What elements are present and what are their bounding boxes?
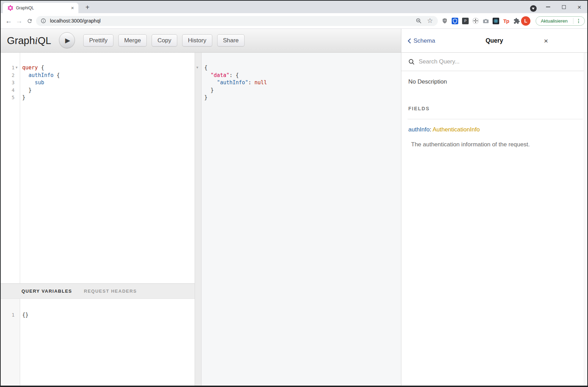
site-info-icon[interactable] <box>41 18 46 25</box>
history-button[interactable]: History <box>182 34 212 46</box>
crosshair-icon[interactable] <box>472 17 479 24</box>
fold-open-icon[interactable]: ▾ <box>196 65 198 70</box>
doc-explorer: Schema Query × No Description FIELDS aut… <box>401 29 587 386</box>
new-tab-button[interactable]: + <box>83 3 92 12</box>
browser-tab[interactable]: GraphiQL × <box>3 3 78 13</box>
secondary-editor-tabbar: QUERY VARIABLES REQUEST HEADERS <box>1 283 195 299</box>
query-code[interactable]: query { authInfo { sub }} <box>22 64 60 102</box>
result-viewer: { "data": { "authInfo": null }} <box>202 53 401 386</box>
field-separator: : <box>429 126 433 133</box>
graphql-favicon-icon <box>8 5 13 11</box>
browser-window: GraphiQL × + × ← → localhost:3000/graphq… <box>1 1 587 386</box>
field-name-link[interactable]: authInfo <box>408 126 429 133</box>
close-icon: × <box>577 4 581 10</box>
divider <box>573 18 573 24</box>
browser-toolbar: ← → localhost:3000/graphql ☆ U0 <box>1 13 587 29</box>
search-icon <box>408 59 415 65</box>
back-button[interactable]: ← <box>3 16 14 26</box>
share-button[interactable]: Share <box>217 34 245 46</box>
svg-text:P: P <box>464 19 467 23</box>
type-description: No Description <box>408 78 447 85</box>
browser-update-button[interactable]: Aktualisieren ⋮ <box>536 16 585 26</box>
reload-button[interactable] <box>24 16 35 26</box>
tab-title: GraphiQL <box>16 3 34 13</box>
url-text[interactable]: localhost:3000/graphql <box>50 16 101 26</box>
line-numbers: 1 <box>1 311 15 319</box>
doc-search-row <box>401 53 587 71</box>
forward-button[interactable]: → <box>14 16 24 26</box>
line-numbers: 12345 <box>1 64 15 102</box>
graphiql-button-row: Prettify Merge Copy History Share <box>83 34 245 46</box>
tampermonkey-tp-icon[interactable]: Tp <box>503 17 510 24</box>
camera-icon[interactable] <box>482 17 489 24</box>
result-fold-gutter: ▾ <box>195 53 202 386</box>
doc-explorer-titlebar: Schema Query × <box>401 29 587 53</box>
result-json: { "data": { "authInfo": null }} <box>204 64 267 102</box>
variables-editor[interactable]: 1 {} <box>1 299 195 386</box>
fold-open-icon[interactable]: ▾ <box>16 65 18 70</box>
copy-button[interactable]: Copy <box>152 34 177 46</box>
p-letter-icon[interactable]: P <box>462 17 469 24</box>
window-close-button[interactable]: × <box>574 1 585 13</box>
react-devtools-icon[interactable] <box>492 17 499 24</box>
zoom-page-icon[interactable] <box>416 18 422 25</box>
tab-request-headers[interactable]: REQUEST HEADERS <box>84 289 137 294</box>
window-minimize-button[interactable] <box>543 1 553 13</box>
field-description: The authentication information of the re… <box>411 141 530 148</box>
doc-search-input[interactable] <box>419 53 571 71</box>
doc-close-button[interactable]: × <box>541 29 551 53</box>
profile-avatar[interactable]: L <box>521 16 530 26</box>
merge-button[interactable]: Merge <box>118 34 147 46</box>
field-type-link[interactable]: AuthenticationInfo <box>433 126 480 133</box>
chevron-down-icon <box>532 8 535 10</box>
query-editor-gutter: 12345 ▾ <box>1 53 20 283</box>
doc-title: Query <box>401 29 587 53</box>
doc-scrollbar-track[interactable] <box>584 53 587 386</box>
execute-query-button[interactable]: ▶ <box>59 32 75 48</box>
window-maximize-button[interactable] <box>559 1 569 13</box>
kebab-menu-icon[interactable]: ⋮ <box>576 17 581 25</box>
reload-icon <box>27 18 33 24</box>
bookmark-star-icon[interactable]: ☆ <box>427 17 433 24</box>
bitwarden-shield-icon[interactable] <box>451 17 458 24</box>
divider <box>408 119 583 119</box>
puzzle-extensions-icon[interactable] <box>513 17 520 24</box>
update-button-label: Aktualisieren <box>541 17 568 25</box>
ublock-shield-icon[interactable]: U0 <box>441 17 448 24</box>
svg-text:U0: U0 <box>444 19 446 22</box>
graphiql-logo: GraphiQL <box>7 29 51 52</box>
minimize-icon <box>546 7 550 7</box>
maximize-icon <box>562 5 566 9</box>
tab-query-variables[interactable]: QUERY VARIABLES <box>22 289 72 294</box>
graphiql-toolbar: GraphiQL ▶ Prettify Merge Copy History S… <box>1 29 401 53</box>
play-icon: ▶ <box>65 36 70 44</box>
screen: GraphiQL × + × ← → localhost:3000/graphq… <box>0 0 588 387</box>
doc-field-item: authInfo: AuthenticationInfo <box>408 126 480 133</box>
tab-search-button[interactable] <box>530 5 537 12</box>
variables-code[interactable]: {} <box>22 311 28 319</box>
tab-strip: GraphiQL × + × <box>1 1 587 13</box>
address-bar[interactable]: localhost:3000/graphql ☆ <box>36 16 438 26</box>
tab-close-icon[interactable]: × <box>69 3 76 13</box>
variables-editor-gutter: 1 <box>1 299 20 386</box>
doc-category-title: FIELDS <box>408 106 430 111</box>
prettify-button[interactable]: Prettify <box>83 34 113 46</box>
query-editor[interactable]: 12345 ▾ query { authInfo { sub }} <box>1 53 195 283</box>
